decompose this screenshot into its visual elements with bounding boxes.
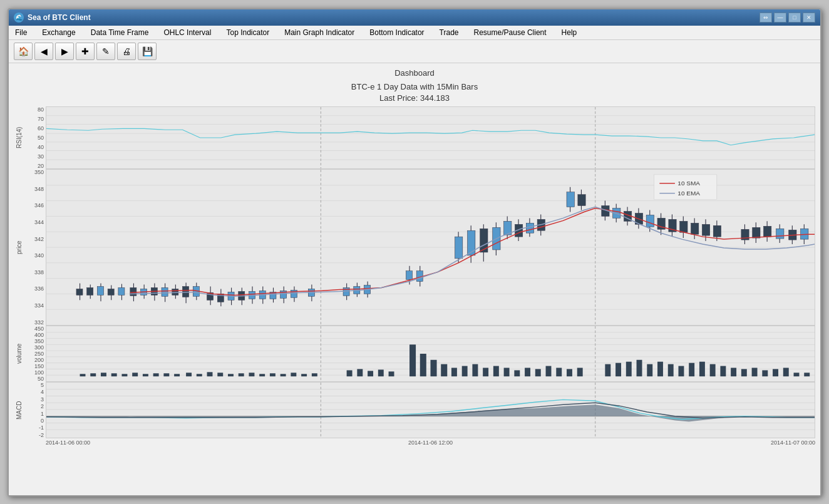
x-tick-1: 2014-11-06 00:00 [46, 440, 90, 446]
edit-button[interactable]: ✎ [96, 43, 115, 60]
dashboard-title: Dashboard [14, 68, 815, 78]
svg-rect-176 [472, 364, 478, 376]
svg-rect-148 [143, 374, 148, 376]
toolbar: 🏠 ◀ ▶ ✚ ✎ 🖨 💾 [9, 40, 820, 63]
forward-button[interactable]: ▶ [55, 43, 74, 60]
x-axis-row: 2014-11-06 00:00 2014-11-06 12:00 2014-1… [46, 438, 815, 447]
svg-rect-174 [451, 368, 457, 376]
svg-text:10 SMA: 10 SMA [677, 180, 700, 186]
svg-rect-166 [357, 369, 363, 376]
svg-rect-102 [646, 215, 654, 227]
svg-rect-154 [207, 372, 213, 376]
svg-rect-20 [76, 289, 83, 295]
svg-rect-193 [668, 364, 674, 376]
svg-rect-164 [312, 373, 317, 376]
svg-rect-167 [368, 371, 373, 376]
price-chart: 10 SMA 10 EMA [46, 169, 815, 326]
svg-rect-108 [680, 221, 687, 232]
svg-rect-177 [483, 368, 488, 376]
svg-rect-118 [753, 227, 760, 238]
rsi-y-label: RSI(14) [14, 106, 24, 169]
save-button[interactable]: 💾 [138, 43, 157, 60]
svg-rect-151 [174, 374, 180, 376]
menu-exchange[interactable]: Exchange [38, 27, 79, 38]
svg-rect-145 [111, 373, 117, 376]
price-y-axis: 350 348 346 344 342 340 338 336 334 332 [24, 169, 46, 326]
app-icon: 🌊 [14, 13, 24, 23]
svg-rect-122 [776, 229, 784, 239]
print-button[interactable]: 🖨 [117, 43, 136, 60]
svg-rect-182 [535, 369, 541, 376]
svg-rect-189 [626, 362, 632, 376]
menu-main-graph-indicator[interactable]: Main Graph Indicator [281, 27, 358, 38]
menu-data-time-frame[interactable]: Data Time Frame [87, 27, 153, 38]
menu-ohlc-interval[interactable]: OHLC Interval [160, 27, 215, 38]
svg-rect-175 [462, 366, 468, 376]
svg-rect-78 [480, 229, 488, 252]
maximize-button[interactable]: □ [788, 13, 801, 23]
svg-rect-173 [441, 364, 447, 376]
window-title: Sea of BTC Client [28, 13, 91, 22]
svg-rect-153 [197, 374, 202, 376]
menu-help[interactable]: Help [558, 27, 581, 38]
svg-rect-201 [752, 368, 758, 376]
svg-rect-114 [713, 225, 721, 237]
chart-title: BTC-e 1 Day Data with 15Min Bars Last Pr… [14, 81, 815, 104]
svg-rect-172 [431, 360, 437, 376]
svg-rect-24 [97, 286, 103, 295]
svg-rect-188 [615, 363, 621, 377]
svg-rect-155 [217, 373, 223, 376]
menu-file[interactable]: File [11, 27, 31, 38]
charts-wrapper: RSI(14) 80 70 60 50 40 30 20 [14, 106, 815, 490]
close-button[interactable]: ✕ [803, 13, 815, 23]
svg-rect-30 [130, 287, 136, 296]
menu-bottom-indicator[interactable]: Bottom Indicator [366, 27, 428, 38]
svg-rect-206 [804, 373, 810, 376]
macd-chart [46, 382, 815, 438]
x-tick-2: 2014-11-06 12:00 [408, 440, 453, 446]
svg-rect-199 [731, 368, 736, 376]
volume-panel: volume 450 400 350 300 250 200 150 100 5… [14, 326, 815, 382]
svg-rect-160 [270, 373, 275, 376]
svg-rect-74 [455, 237, 463, 259]
svg-rect-156 [228, 374, 234, 376]
svg-rect-144 [101, 373, 106, 376]
svg-rect-169 [389, 371, 394, 376]
svg-rect-70 [406, 271, 412, 280]
svg-rect-26 [108, 289, 114, 295]
svg-rect-195 [689, 363, 694, 377]
chart-title-line1: BTC-e 1 Day Data with 15Min Bars [14, 81, 815, 93]
svg-rect-180 [514, 370, 520, 376]
svg-rect-147 [132, 373, 138, 376]
add-button[interactable]: ✚ [76, 43, 95, 60]
svg-rect-149 [153, 373, 159, 376]
chart-title-line2: Last Price: 344.183 [14, 93, 815, 104]
svg-rect-158 [249, 373, 254, 376]
svg-rect-165 [347, 370, 353, 376]
svg-rect-198 [720, 366, 726, 376]
svg-rect-146 [121, 374, 127, 376]
svg-rect-190 [637, 360, 642, 376]
svg-rect-181 [525, 368, 530, 376]
menu-top-indicator[interactable]: Top Indicator [222, 27, 273, 38]
minimize-button[interactable]: — [774, 13, 786, 23]
svg-rect-28 [118, 287, 125, 295]
menu-trade[interactable]: Trade [436, 27, 463, 38]
title-bar-controls: ⇔ — □ ✕ [759, 13, 815, 23]
svg-rect-159 [259, 374, 265, 376]
svg-rect-204 [783, 368, 789, 376]
svg-rect-186 [577, 368, 583, 376]
svg-rect-171 [420, 354, 426, 376]
menu-resume-pause[interactable]: Resume/Pause Client [470, 27, 550, 38]
restore-button[interactable]: ⇔ [759, 13, 772, 23]
svg-rect-191 [647, 364, 652, 376]
svg-rect-90 [567, 192, 574, 207]
svg-rect-157 [239, 373, 244, 376]
macd-y-label: MACD [14, 382, 24, 438]
svg-rect-110 [691, 223, 699, 234]
svg-rect-196 [699, 362, 705, 376]
back-button[interactable]: ◀ [34, 43, 53, 60]
home-button[interactable]: 🏠 [14, 43, 33, 60]
volume-chart [46, 326, 815, 382]
svg-rect-86 [526, 223, 533, 233]
